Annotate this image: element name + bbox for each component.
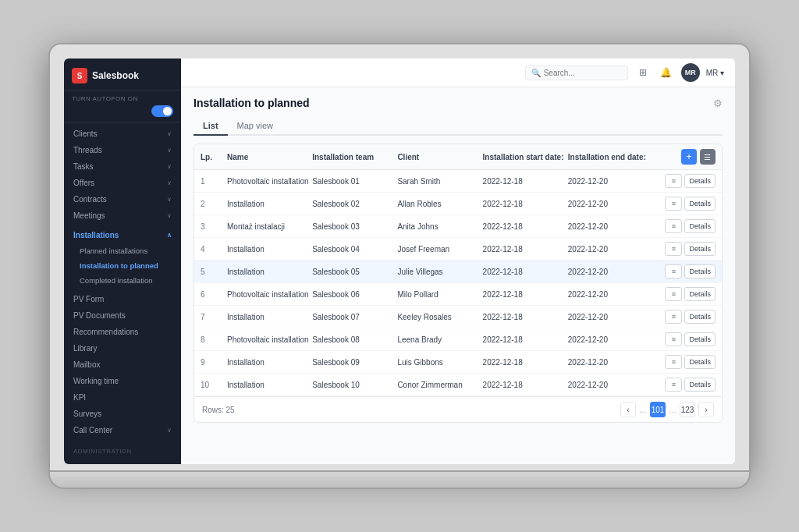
chevron-icon: ∨ xyxy=(167,196,172,203)
add-button[interactable]: + xyxy=(681,149,697,165)
sidebar-item-tasks[interactable]: Tasks ∨ xyxy=(64,158,181,175)
chevron-icon: ∨ xyxy=(167,212,172,219)
sidebar-item-billings[interactable]: Billings xyxy=(64,459,181,464)
row-menu-button[interactable]: ≡ xyxy=(665,264,682,278)
table-row: 4 Installation Salesbook 04 Josef Freema… xyxy=(194,238,722,261)
cell-team: Salesbook 10 xyxy=(312,381,394,389)
cell-start: 2022-12-18 xyxy=(483,177,565,186)
cell-name: Installation xyxy=(227,358,309,367)
row-menu-button[interactable]: ≡ xyxy=(665,310,682,324)
sidebar-item-installations[interactable]: Installations ∧ xyxy=(64,227,181,243)
sidebar-item-meetings[interactable]: Meetings ∨ xyxy=(64,207,181,224)
cell-start: 2022-12-18 xyxy=(483,313,565,321)
row-details-button[interactable]: Details xyxy=(684,174,716,188)
table-row: 8 Photovoltaic installation Salesbook 08… xyxy=(194,328,722,351)
user-label[interactable]: MR ▾ xyxy=(706,69,724,77)
cell-start: 2022-12-18 xyxy=(483,200,565,208)
row-menu-button[interactable]: ≡ xyxy=(665,242,682,256)
row-details-button[interactable]: Details xyxy=(684,242,716,256)
row-details-button[interactable]: Details xyxy=(684,264,716,278)
row-actions: ≡ Details xyxy=(653,287,716,301)
row-menu-button[interactable]: ≡ xyxy=(665,219,682,233)
row-menu-button[interactable]: ≡ xyxy=(665,332,682,346)
page-last[interactable]: 123 xyxy=(680,402,695,417)
row-details-button[interactable]: Details xyxy=(684,310,716,324)
row-details-button[interactable]: Details xyxy=(684,378,716,392)
row-actions: ≡ Details xyxy=(653,310,716,324)
sidebar-item-pv-docs[interactable]: PV Documents xyxy=(64,307,181,324)
sidebar-item-contracts[interactable]: Contracts ∨ xyxy=(64,191,181,207)
sidebar-sub-completed[interactable]: Completed installation xyxy=(64,273,181,288)
tab-map-view[interactable]: Map view xyxy=(228,117,282,136)
cell-end: 2022-12-20 xyxy=(568,268,650,276)
sidebar-item-offers[interactable]: Offers ∨ xyxy=(64,175,181,191)
autofon-label: TURN AUTOFON ON xyxy=(72,95,173,102)
row-actions: ≡ Details xyxy=(653,378,716,392)
row-menu-button[interactable]: ≡ xyxy=(665,174,682,188)
logo-text: Salesbook xyxy=(92,70,139,81)
cell-name: Photovoltaic installation xyxy=(227,290,309,299)
cell-start: 2022-12-18 xyxy=(483,381,565,389)
row-menu-button[interactable]: ≡ xyxy=(665,287,682,301)
row-menu-button[interactable]: ≡ xyxy=(665,197,682,211)
sidebar: S Salesbook TURN AUTOFON ON Clients ∨ xyxy=(64,59,181,464)
col-client: Client xyxy=(397,153,479,161)
sidebar-item-mailbox[interactable]: Mailbox xyxy=(64,356,181,373)
row-actions: ≡ Details xyxy=(653,219,716,233)
cell-start: 2022-12-18 xyxy=(483,290,565,299)
page-ellipsis2: … xyxy=(669,406,676,414)
sidebar-item-library[interactable]: Library xyxy=(64,340,181,356)
sidebar-item-threads[interactable]: Threads ∨ xyxy=(64,142,181,158)
search-input[interactable] xyxy=(544,69,622,77)
table-row: 3 Montaż instalacji Salesbook 03 Anita J… xyxy=(194,215,722,238)
row-details-button[interactable]: Details xyxy=(684,355,716,369)
autofon-toggle[interactable] xyxy=(151,105,173,117)
page-next-button[interactable]: › xyxy=(698,402,714,417)
table-row: 6 Photovoltaic installation Salesbook 06… xyxy=(194,283,722,306)
page-current[interactable]: 101 xyxy=(650,402,666,417)
cell-start: 2022-12-18 xyxy=(483,245,565,254)
cell-client: Milo Pollard xyxy=(397,290,479,299)
row-details-button[interactable]: Details xyxy=(684,219,716,233)
pagination: ‹ … 101 … 123 › xyxy=(620,402,714,417)
cell-team: Salesbook 02 xyxy=(312,200,394,208)
sidebar-sub-planned[interactable]: Planned installations xyxy=(64,243,181,258)
tab-list[interactable]: List xyxy=(194,117,228,136)
logo-icon: S xyxy=(72,68,87,83)
cell-end: 2022-12-20 xyxy=(568,222,650,231)
settings-icon[interactable]: ⚙ xyxy=(713,98,723,109)
topbar-filter-icon[interactable]: ⊞ xyxy=(634,64,652,81)
cell-num: 6 xyxy=(201,290,224,299)
sidebar-item-surveys[interactable]: Surveys xyxy=(64,406,181,422)
sidebar-sub-installation-to-planned[interactable]: Installation to planned xyxy=(64,258,181,273)
cell-client: Keeley Rosales xyxy=(397,313,479,321)
sidebar-item-pv-form[interactable]: PV Form xyxy=(64,291,181,307)
view-toggle-button[interactable]: ☰ xyxy=(700,149,716,165)
sidebar-item-kpi[interactable]: KPI xyxy=(64,389,181,406)
cell-team: Salesbook 08 xyxy=(312,335,394,344)
topbar-bell-icon[interactable]: 🔔 xyxy=(658,64,675,81)
row-menu-button[interactable]: ≡ xyxy=(665,355,682,369)
laptop-wrapper: S Salesbook TURN AUTOFON ON Clients ∨ xyxy=(48,43,751,489)
cell-end: 2022-12-20 xyxy=(568,200,650,208)
cell-num: 3 xyxy=(201,222,224,231)
row-details-button[interactable]: Details xyxy=(684,287,716,301)
row-menu-button[interactable]: ≡ xyxy=(665,378,682,392)
laptop-base xyxy=(48,472,751,489)
cell-end: 2022-12-20 xyxy=(568,290,650,299)
cell-name: Installation xyxy=(227,268,309,276)
sidebar-item-clients[interactable]: Clients ∨ xyxy=(64,126,181,142)
cell-end: 2022-12-20 xyxy=(568,358,650,367)
row-details-button[interactable]: Details xyxy=(684,332,716,346)
sidebar-item-working-time[interactable]: Working time xyxy=(64,373,181,389)
table-footer: Rows: 25 ‹ … 101 … 123 xyxy=(194,396,722,422)
sidebar-nav-top: Clients ∨ Threads ∨ Tasks ∨ Offers ∨ xyxy=(64,122,181,227)
page-prev-button[interactable]: ‹ xyxy=(620,402,636,417)
col-end: Installation end date: xyxy=(568,153,650,161)
row-details-button[interactable]: Details xyxy=(684,197,716,211)
sidebar-item-recommendations[interactable]: Recommendations xyxy=(64,324,181,340)
avatar[interactable]: MR xyxy=(681,63,700,82)
cell-start: 2022-12-18 xyxy=(483,268,565,276)
sidebar-item-call-center[interactable]: Call Center ∨ xyxy=(64,422,181,438)
table-row: 10 Installation Salesbook 10 Conor Zimme… xyxy=(194,374,722,396)
